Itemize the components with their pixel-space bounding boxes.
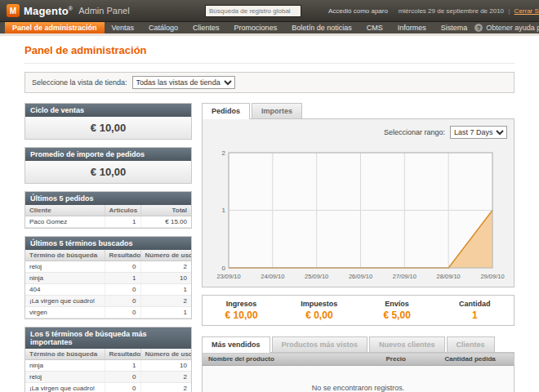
table-header-row: Término de búsquedaResultadosNúmero de u…	[25, 250, 191, 261]
total-label: Ingresos	[203, 300, 280, 308]
top-search-terms-box: Los 5 términos de búsqueda más important…	[24, 327, 192, 392]
table-row[interactable]: virgen01	[25, 307, 191, 318]
logout-link[interactable]: Cerrar Sesión	[514, 7, 539, 15]
global-search-input[interactable]	[205, 5, 301, 17]
range-select[interactable]: Last 7 Days	[450, 126, 507, 139]
table-cell: 1	[105, 216, 140, 228]
last-search-terms-table: Término de búsquedaResultadosNúmero de u…	[25, 250, 191, 318]
user-info: Accedió como aparo miércoles 29 de septi…	[328, 7, 532, 15]
svg-text:1: 1	[222, 207, 226, 214]
tab-productos-mas-vistos: Productos más vistos	[272, 336, 368, 352]
total-envios: Envíos € 5,00	[359, 300, 436, 321]
table-cell: reloj	[25, 372, 105, 383]
nav-item-informes[interactable]: Informes	[390, 22, 434, 33]
total-label: Impuestos	[280, 300, 358, 308]
total-value: € 10,00	[203, 310, 280, 321]
total-cantidad: Cantidad 1	[436, 300, 514, 321]
orders-chart: 01223/09/1024/09/1025/09/1026/09/1027/09…	[207, 145, 509, 282]
range-label: Seleccionar rango:	[384, 128, 445, 136]
logo-subtitle: Admin Panel	[78, 6, 129, 16]
column-header: Cliente	[25, 205, 105, 216]
table-cell: 2	[140, 296, 191, 307]
logged-in-as: Accedió como aparo	[328, 7, 388, 15]
grid-tabs: Más vendidos Productos más vistos Nuevos…	[202, 336, 514, 352]
chart-tabs: Pedidos Importes	[202, 103, 514, 118]
table-cell: 1	[105, 273, 140, 284]
nav-item-sistema[interactable]: Sistema	[434, 22, 475, 33]
lifetime-sales-value: € 10,00	[25, 117, 191, 139]
table-cell: 0	[105, 284, 140, 296]
nav-item-dashboard[interactable]: Panel de administración	[5, 22, 105, 33]
total-label: Envíos	[359, 300, 436, 308]
registered-mark: ®	[69, 5, 73, 11]
tab-clientes: Clientes	[447, 336, 495, 352]
current-date: miércoles 29 de septiembre de 2010	[399, 7, 504, 15]
tab-importes[interactable]: Importes	[252, 103, 302, 118]
table-cell: ¡La virgen que cuadro!	[25, 383, 105, 392]
table-row[interactable]: ¡La virgen que cuadro!02	[25, 383, 191, 392]
table-row[interactable]: reloj02	[25, 372, 191, 383]
lifetime-sales-title: Ciclo de ventas	[25, 104, 191, 117]
last-orders-title: Últimos 5 pedidos	[25, 192, 191, 205]
table-row[interactable]: 40401	[25, 284, 191, 296]
table-cell: 2	[140, 372, 191, 383]
store-view-select[interactable]: Todas las vistas de tienda	[132, 76, 235, 89]
last-orders-table: ClienteArtículosTotalPaco Gomez1€ 15.00	[25, 205, 191, 228]
column-header: Término de búsqueda	[25, 250, 105, 261]
svg-text:23/09/10: 23/09/10	[216, 273, 240, 280]
svg-text:27/09/10: 27/09/10	[393, 273, 416, 280]
table-cell: 0	[105, 383, 140, 392]
range-row: Seleccionar rango: Last 7 Days	[207, 124, 509, 145]
nav-item-catalogo[interactable]: Catálogo	[141, 22, 185, 33]
table-cell: ninja	[25, 360, 105, 372]
table-cell: 1	[140, 307, 191, 318]
table-row[interactable]: Paco Gomez1€ 15.00	[25, 216, 191, 228]
help-link[interactable]: ? Obtener ayuda para esta página	[474, 22, 539, 33]
nav-item-boletin[interactable]: Boletín de noticias	[284, 22, 359, 33]
last-search-terms-title: Últimos 5 términos buscados	[25, 237, 191, 250]
table-cell: 10	[140, 273, 191, 284]
nav-item-cms[interactable]: CMS	[359, 22, 390, 33]
nav-item-promociones[interactable]: Promociones	[227, 22, 285, 33]
column-header: Cantidad pedida	[439, 353, 514, 366]
empty-text: No se encontraron registros.	[203, 366, 514, 392]
orders-chart-svg: 01223/09/1024/09/1025/09/1026/09/1027/09…	[207, 145, 509, 282]
column-header: Resultados	[105, 250, 140, 261]
table-row[interactable]: ninja110	[25, 273, 191, 284]
average-orders-box: Promedio de importe de pedidos € 10,00	[24, 147, 192, 184]
column-header: Total	[140, 205, 191, 216]
table-cell: ¡La virgen que cuadro!	[25, 296, 105, 307]
table-cell: 1	[140, 284, 191, 296]
table-cell: virgen	[25, 307, 105, 318]
table-cell: € 15.00	[140, 216, 191, 228]
column-header: Resultados	[105, 349, 140, 360]
total-impuestos: Impuestos € 0,00	[280, 300, 358, 321]
svg-text:29/09/10: 29/09/10	[480, 273, 504, 280]
total-value: 1	[436, 310, 514, 321]
table-row[interactable]: reloj02	[25, 261, 191, 273]
column-header: Número de usos	[140, 349, 191, 360]
divider: |	[508, 7, 510, 15]
average-orders-title: Promedio de importe de pedidos	[25, 148, 191, 161]
store-view-label: Seleccione la vista de tienda:	[32, 78, 127, 87]
table-cell: 0	[105, 296, 140, 307]
table-cell: ninja	[25, 273, 105, 284]
table-row[interactable]: ninja110	[25, 360, 191, 372]
logo-text: Magento®	[24, 5, 73, 17]
table-cell: 1	[105, 360, 140, 372]
tab-mas-vendidos[interactable]: Más vendidos	[202, 336, 270, 353]
totals-bar: Ingresos € 10,00 Impuestos € 0,00 Envíos…	[202, 295, 514, 326]
nav-item-ventas[interactable]: Ventas	[105, 22, 142, 33]
column-header: Número de usos	[140, 250, 191, 261]
magento-logo-icon: M	[7, 4, 20, 17]
svg-text:25/09/10: 25/09/10	[305, 273, 328, 280]
content-area: Panel de administración Seleccione la vi…	[0, 36, 539, 392]
table-cell: 404	[25, 284, 105, 296]
table-row[interactable]: ¡La virgen que cuadro!02	[25, 296, 191, 307]
nav-item-clientes[interactable]: Clientes	[185, 22, 227, 33]
help-icon: ?	[474, 24, 483, 32]
help-link-label: Obtener ayuda para esta página	[486, 24, 539, 32]
tab-pedidos[interactable]: Pedidos	[202, 103, 250, 119]
magento-logo: M Magento® Admin Panel	[7, 4, 178, 17]
table-cell: 2	[140, 261, 191, 273]
